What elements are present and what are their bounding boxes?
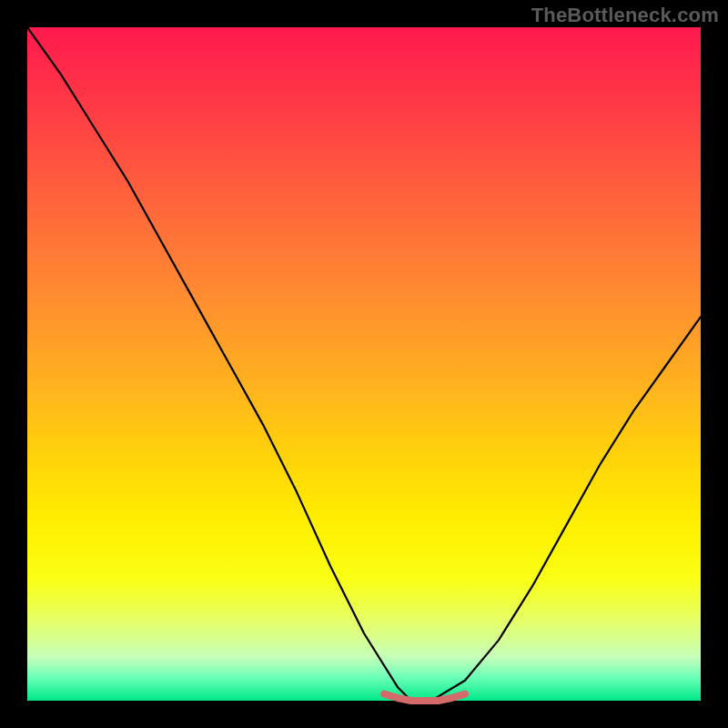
flat-minimum: [384, 694, 465, 701]
curve-layer: [27, 27, 701, 701]
chart-frame: TheBottleneck.com: [0, 0, 728, 728]
plot-area: [27, 27, 701, 701]
watermark-text: TheBottleneck.com: [531, 4, 719, 27]
bottleneck-curve: [27, 27, 701, 701]
